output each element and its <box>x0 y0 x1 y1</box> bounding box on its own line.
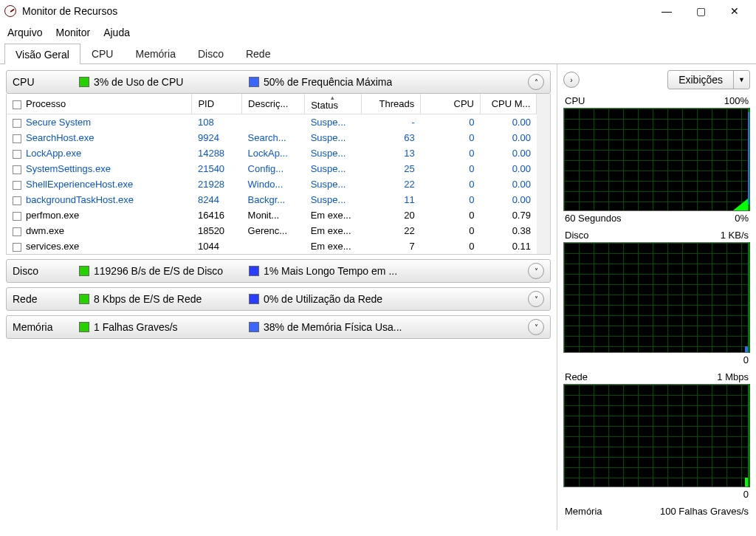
tab-network[interactable]: Rede <box>235 43 281 63</box>
row-checkbox[interactable] <box>13 165 21 174</box>
views-label: Exibições <box>668 74 733 86</box>
table-row[interactable]: dwm.exe18520Gerenc...Em exe...2200.38 <box>7 223 537 238</box>
swatch-blue-icon <box>249 77 259 87</box>
chart-canvas <box>563 108 750 211</box>
menu-file[interactable]: Arquivo <box>7 27 42 38</box>
chevron-down-icon: ˅ <box>535 267 538 275</box>
chart-min: 0 <box>743 489 749 500</box>
chart-xlabel: 60 Segundos <box>565 213 622 224</box>
chart-title: Disco <box>565 230 589 241</box>
views-button[interactable]: Exibições ▼ <box>667 70 750 89</box>
swatch-blue-icon <box>249 322 259 332</box>
menu-bar: Arquivo Monitor Ajuda <box>0 22 756 43</box>
row-checkbox[interactable] <box>13 227 21 236</box>
chevron-up-icon: ˄ <box>535 78 538 86</box>
menu-monitor[interactable]: Monitor <box>55 27 90 38</box>
tab-bar: Visão Geral CPU Memória Disco Rede <box>0 43 756 64</box>
chart-line-green <box>726 196 748 210</box>
collapse-button[interactable]: ˄ <box>528 74 544 90</box>
chevron-down-icon: ˅ <box>535 323 538 331</box>
maximize-button[interactable]: ▢ <box>684 0 718 22</box>
table-row[interactable]: Secure System108Suspe...-00.00 <box>7 114 537 131</box>
chart-max: 1 Mbps <box>717 371 749 382</box>
chart-cpu: CPU100% 60 Segundos0% <box>563 95 750 227</box>
chart-title: Memória <box>565 506 602 517</box>
section-header-cpu[interactable]: CPU 3% de Uso de CPU 50% de Frequência M… <box>6 70 551 94</box>
disk-io-stat: 119296 B/s de E/S de Disco <box>94 265 223 277</box>
expand-button[interactable]: ˅ <box>528 291 544 307</box>
collapse-charts-button[interactable]: › <box>563 72 580 88</box>
table-row[interactable]: perfmon.exe16416Monit...Em exe...2000.79 <box>7 207 537 223</box>
chart-title: Rede <box>565 371 588 382</box>
section-label-memory: Memória <box>13 321 79 333</box>
app-icon <box>4 5 16 17</box>
row-checkbox[interactable] <box>13 134 21 143</box>
expand-button[interactable]: ˅ <box>528 263 544 279</box>
chart-max: 1 KB/s <box>721 230 749 241</box>
process-table: Processo PID Descriç... ▴Status Threads … <box>6 94 551 255</box>
section-header-memory[interactable]: Memória 1 Falhas Graves/s 38% de Memória… <box>6 315 551 339</box>
mem-faults-stat: 1 Falhas Graves/s <box>94 321 178 333</box>
table-row[interactable]: ShellExperienceHost.exe21928Windo...Susp… <box>7 176 537 192</box>
section-label-network: Rede <box>13 293 79 305</box>
chevron-right-icon: › <box>570 76 572 84</box>
col-status[interactable]: ▴Status <box>305 94 361 114</box>
select-all-checkbox[interactable] <box>13 100 21 109</box>
table-row[interactable]: backgroundTaskHost.exe8244Backgr...Suspe… <box>7 192 537 207</box>
row-checkbox[interactable] <box>13 243 21 252</box>
swatch-green-icon <box>79 77 89 87</box>
chart-canvas <box>563 242 750 353</box>
chart-memory: Memória100 Falhas Graves/s <box>563 506 750 517</box>
col-cpumem[interactable]: CPU M... <box>481 94 537 114</box>
col-threads[interactable]: Threads <box>361 94 421 114</box>
dropdown-icon[interactable]: ▼ <box>733 71 749 89</box>
row-checkbox[interactable] <box>13 119 21 128</box>
tab-disk[interactable]: Disco <box>187 43 235 63</box>
window-title: Monitor de Recursos <box>22 5 117 17</box>
net-io-stat: 8 Kbps de E/S de Rede <box>94 293 202 305</box>
tab-cpu[interactable]: CPU <box>80 43 125 63</box>
col-process[interactable]: Processo <box>7 94 192 114</box>
section-label-cpu: CPU <box>13 76 79 88</box>
chevron-down-icon: ˅ <box>535 295 538 303</box>
row-checkbox[interactable] <box>13 196 21 205</box>
swatch-blue-icon <box>249 266 259 276</box>
table-row[interactable]: SystemSettings.exe21540Config...Suspe...… <box>7 161 537 176</box>
scrollbar[interactable] <box>537 94 550 254</box>
section-label-disk: Disco <box>13 265 79 277</box>
chart-network: Rede1 Mbps 0 <box>563 371 750 503</box>
net-util-stat: 0% de Utilização da Rede <box>264 293 382 305</box>
chart-line-green <box>745 478 748 487</box>
swatch-blue-icon <box>249 294 259 304</box>
minimize-button[interactable]: — <box>650 0 684 22</box>
table-row[interactable]: SearchHost.exe9924Search...Suspe...6300.… <box>7 130 537 145</box>
chart-max: 100 Falhas Graves/s <box>660 506 749 517</box>
cpu-usage-stat: 3% de Uso de CPU <box>94 76 183 88</box>
swatch-green-icon <box>79 322 89 332</box>
chart-max: 100% <box>724 95 749 106</box>
col-desc[interactable]: Descriç... <box>242 94 305 114</box>
chart-line-blue <box>745 346 748 352</box>
mem-used-stat: 38% de Memória Física Usa... <box>264 321 402 333</box>
tab-overview[interactable]: Visão Geral <box>4 44 80 64</box>
chart-canvas <box>563 384 750 487</box>
section-header-disk[interactable]: Disco 119296 B/s de E/S de Disco 1% Mais… <box>6 259 551 283</box>
col-cpu[interactable]: CPU <box>421 94 481 114</box>
chart-title: CPU <box>565 95 585 106</box>
menu-help[interactable]: Ajuda <box>103 27 130 38</box>
close-button[interactable]: ✕ <box>718 0 752 22</box>
table-row[interactable]: services.exe1044Em exe...700.11 <box>7 238 537 254</box>
row-checkbox[interactable] <box>13 212 21 221</box>
row-checkbox[interactable] <box>13 150 21 159</box>
disk-time-stat: 1% Mais Longo Tempo em ... <box>264 265 397 277</box>
expand-button[interactable]: ˅ <box>528 319 544 335</box>
cpu-freq-stat: 50% de Frequência Máxima <box>264 76 392 88</box>
section-header-network[interactable]: Rede 8 Kbps de E/S de Rede 0% de Utiliza… <box>6 287 551 311</box>
table-row[interactable]: LockApp.exe14288LockAp...Suspe...1300.00 <box>7 145 537 161</box>
table-header-row: Processo PID Descriç... ▴Status Threads … <box>7 94 537 114</box>
col-pid[interactable]: PID <box>192 94 242 114</box>
tab-memory[interactable]: Memória <box>124 43 186 63</box>
chart-disk: Disco1 KB/s 0 <box>563 230 750 368</box>
row-checkbox[interactable] <box>13 181 21 190</box>
title-bar: Monitor de Recursos — ▢ ✕ <box>0 0 756 22</box>
